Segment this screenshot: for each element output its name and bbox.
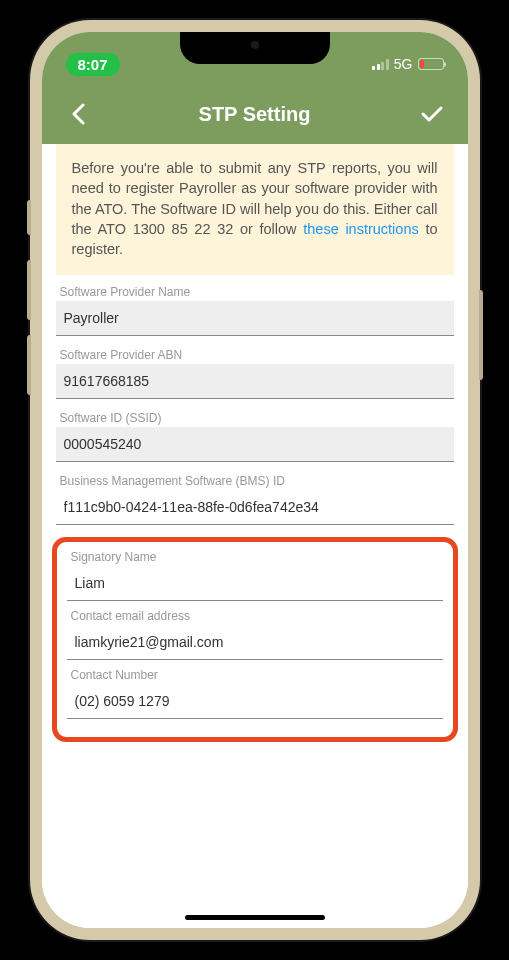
field-bms-id: Business Management Software (BMS) ID (56, 474, 454, 525)
software-id-input[interactable] (56, 427, 454, 462)
contact-number-input[interactable] (67, 684, 443, 719)
phone-volume-down (27, 335, 31, 395)
field-contact-number: Contact Number (63, 668, 447, 719)
signal-icon (372, 59, 389, 70)
field-signatory-name: Signatory Name (63, 550, 447, 601)
field-software-provider-name: Software Provider Name (56, 285, 454, 336)
chevron-left-icon (71, 103, 85, 125)
software-provider-name-input[interactable] (56, 301, 454, 336)
field-label: Software Provider Name (56, 285, 454, 299)
phone-frame: 8:07 5G STP Setting (30, 20, 480, 940)
signatory-name-input[interactable] (67, 566, 443, 601)
software-provider-abn-input[interactable] (56, 364, 454, 399)
phone-side-button (479, 290, 483, 380)
info-banner: Before you're able to submit any STP rep… (56, 144, 454, 275)
status-time: 8:07 (66, 53, 120, 76)
field-software-id: Software ID (SSID) (56, 411, 454, 462)
camera-dot (251, 41, 259, 49)
field-label: Contact email address (67, 609, 443, 623)
bms-id-input[interactable] (56, 490, 454, 525)
nav-bar: STP Setting (42, 84, 468, 144)
form-fields: Software Provider Name Software Provider… (42, 275, 468, 525)
field-contact-email: Contact email address (63, 609, 447, 660)
phone-mute-switch (27, 200, 31, 235)
screen: 8:07 5G STP Setting (42, 32, 468, 928)
field-software-provider-abn: Software Provider ABN (56, 348, 454, 399)
field-label: Software ID (SSID) (56, 411, 454, 425)
page-title: STP Setting (199, 103, 311, 126)
instructions-link[interactable]: these instructions (303, 221, 418, 237)
checkmark-icon (420, 104, 444, 124)
field-label: Contact Number (67, 668, 443, 682)
field-label: Software Provider ABN (56, 348, 454, 362)
confirm-button[interactable] (416, 98, 448, 130)
field-label: Signatory Name (67, 550, 443, 564)
status-right: 5G (372, 56, 443, 72)
field-label: Business Management Software (BMS) ID (56, 474, 454, 488)
network-label: 5G (394, 56, 413, 72)
content: Before you're able to submit any STP rep… (42, 144, 468, 928)
home-indicator[interactable] (185, 915, 325, 920)
phone-volume-up (27, 260, 31, 320)
contact-email-input[interactable] (67, 625, 443, 660)
battery-icon (418, 58, 444, 70)
phone-notch (180, 32, 330, 64)
highlight-box: Signatory Name Contact email address Con… (52, 537, 458, 742)
back-button[interactable] (62, 98, 94, 130)
